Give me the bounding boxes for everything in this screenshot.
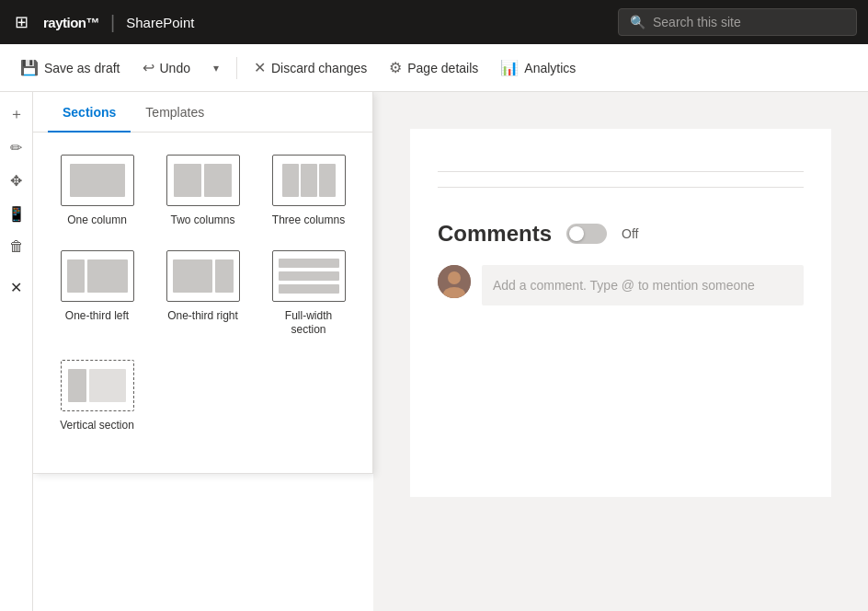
save-draft-button[interactable]: 💾 Save as draft xyxy=(11,53,130,82)
comment-placeholder: Add a comment. Type @ to mention someone xyxy=(493,278,755,293)
panel-tabs: Sections Templates xyxy=(33,92,372,133)
toggle-label: Off xyxy=(622,226,638,241)
one-third-left-icon xyxy=(61,250,134,302)
comments-header: Comments Off xyxy=(438,221,804,247)
discard-button[interactable]: ✕ Discard changes xyxy=(245,53,376,82)
section-three-columns[interactable]: Three columns xyxy=(259,147,358,236)
brand-app: SharePoint xyxy=(126,15,194,30)
vertical-icon xyxy=(61,360,134,411)
page-divider-mid xyxy=(438,187,804,188)
toolbar-divider xyxy=(236,57,237,79)
comment-input-area: Add a comment. Type @ to mention someone xyxy=(438,265,804,306)
two-columns-icon xyxy=(166,155,240,206)
page-divider-top xyxy=(438,171,804,172)
sections-panel: Sections Templates One column Two column… xyxy=(33,92,373,474)
top-nav: ⊞ raytion™ | SharePoint 🔍 Search this si… xyxy=(0,0,868,44)
one-column-label: One column xyxy=(67,213,127,228)
move-icon[interactable]: ✥ xyxy=(2,166,31,195)
one-third-right-icon xyxy=(166,250,240,302)
one-third-left-label: One-third left xyxy=(65,309,129,324)
main-content: Sections Templates One column Two column… xyxy=(33,92,868,611)
tab-templates[interactable]: Templates xyxy=(131,92,219,133)
section-two-columns[interactable]: Two columns xyxy=(154,147,252,236)
one-third-right-label: One-third right xyxy=(167,309,238,324)
undo-button[interactable]: ↩ Undo xyxy=(133,53,200,82)
undo-dropdown-button[interactable]: ▾ xyxy=(203,55,229,81)
brand-logo: raytion™ xyxy=(43,15,99,30)
undo-icon: ↩ xyxy=(143,59,154,76)
comments-toggle[interactable] xyxy=(566,224,607,244)
search-box[interactable]: 🔍 Search this site xyxy=(618,8,857,36)
close-icon[interactable]: ✕ xyxy=(2,272,31,302)
section-full-width[interactable]: Full-width section xyxy=(259,243,358,345)
add-section-icon[interactable]: ＋ xyxy=(2,99,31,129)
avatar xyxy=(438,265,471,298)
toolbar: 💾 Save as draft ↩ Undo ▾ ✕ Discard chang… xyxy=(0,44,868,92)
comments-section: Comments Off Add a co xyxy=(438,202,804,324)
page-details-icon: ⚙ xyxy=(389,59,402,76)
analytics-icon: 📊 xyxy=(500,59,519,76)
brand: raytion™ | SharePoint xyxy=(43,12,194,33)
brand-separator: | xyxy=(110,12,115,33)
full-width-label: Full-width section xyxy=(267,309,350,338)
toggle-knob xyxy=(569,226,584,241)
app-grid-icon[interactable]: ⊞ xyxy=(11,8,32,36)
page-area: Comments Off Add a co xyxy=(373,92,868,611)
svg-point-1 xyxy=(448,271,461,284)
search-icon: 🔍 xyxy=(630,15,645,29)
full-width-icon xyxy=(272,250,346,302)
two-columns-label: Two columns xyxy=(170,213,234,228)
save-icon: 💾 xyxy=(20,59,39,76)
search-text: Search this site xyxy=(653,15,741,29)
delete-icon[interactable]: 🗑 xyxy=(2,232,31,261)
three-columns-label: Three columns xyxy=(272,213,345,228)
section-one-third-right[interactable]: One-third right xyxy=(154,243,252,345)
section-vertical[interactable]: Vertical section xyxy=(48,352,146,441)
mobile-preview-icon[interactable]: 📱 xyxy=(2,199,31,228)
comment-input[interactable]: Add a comment. Type @ to mention someone xyxy=(482,265,804,306)
tab-sections[interactable]: Sections xyxy=(48,92,131,133)
vertical-label: Vertical section xyxy=(60,419,134,433)
page-details-button[interactable]: ⚙ Page details xyxy=(380,53,487,82)
section-one-third-left[interactable]: One-third left xyxy=(48,243,146,345)
analytics-button[interactable]: 📊 Analytics xyxy=(491,53,585,82)
comments-title: Comments xyxy=(438,221,552,247)
section-one-column[interactable]: One column xyxy=(48,147,146,236)
page-canvas: Comments Off Add a co xyxy=(410,129,831,497)
one-column-icon xyxy=(61,155,134,206)
discard-icon: ✕ xyxy=(254,59,266,76)
left-sidebar: ＋ ✏ ✥ 📱 🗑 ✕ xyxy=(0,92,33,611)
section-grid: One column Two columns Three columns xyxy=(33,133,372,455)
three-columns-icon xyxy=(272,155,346,206)
edit-icon[interactable]: ✏ xyxy=(2,133,31,162)
